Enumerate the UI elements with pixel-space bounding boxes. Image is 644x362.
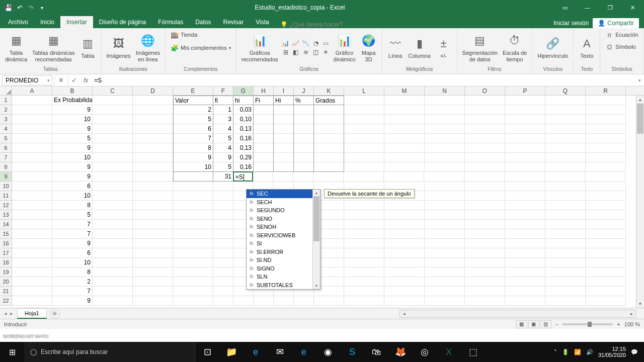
cell[interactable] <box>93 287 133 296</box>
select-all-corner[interactable] <box>0 86 12 96</box>
cell[interactable] <box>12 277 52 287</box>
cell[interactable] <box>12 143 52 153</box>
cell[interactable]: 9 <box>52 239 93 248</box>
cell[interactable] <box>505 239 545 248</box>
cell[interactable] <box>545 287 586 296</box>
cell[interactable]: 6 <box>52 182 93 191</box>
autocomplete-item[interactable]: fxSENO <box>247 215 320 223</box>
cell[interactable] <box>213 267 233 277</box>
cell[interactable] <box>213 191 233 201</box>
row-header[interactable]: 12 <box>0 201 12 210</box>
tab-datos[interactable]: Datos <box>189 16 217 28</box>
qat-dropdown-icon[interactable]: ▾ <box>37 3 46 12</box>
cell[interactable]: 5 <box>173 115 213 124</box>
cell[interactable] <box>173 191 213 201</box>
cell[interactable] <box>213 248 233 258</box>
cell[interactable] <box>344 134 384 143</box>
cell[interactable] <box>425 210 465 220</box>
cell[interactable] <box>133 277 173 287</box>
cell[interactable] <box>133 162 173 172</box>
cell[interactable] <box>133 182 173 191</box>
cell[interactable] <box>505 172 545 182</box>
firefox-icon[interactable]: 🦊 <box>388 342 413 362</box>
column-header[interactable]: G <box>233 86 254 95</box>
cell[interactable] <box>586 258 626 267</box>
cell[interactable] <box>93 182 133 191</box>
cell[interactable] <box>465 201 505 210</box>
cell[interactable] <box>545 172 585 182</box>
column-header[interactable]: A <box>12 86 52 95</box>
cell[interactable] <box>545 210 586 220</box>
cell[interactable] <box>384 287 425 296</box>
cell[interactable] <box>465 267 505 277</box>
cell[interactable] <box>425 201 465 210</box>
row-header[interactable]: 9 <box>0 172 12 182</box>
cell[interactable] <box>93 153 133 162</box>
column-header[interactable]: M <box>384 86 425 95</box>
cell[interactable] <box>384 220 425 229</box>
cell[interactable] <box>384 96 425 105</box>
tab-vista[interactable]: Vista <box>250 16 275 28</box>
cell[interactable] <box>425 258 465 267</box>
cell[interactable] <box>465 258 505 267</box>
cell[interactable] <box>93 258 133 267</box>
cell[interactable]: 5 <box>213 134 233 143</box>
tray-volume-icon[interactable]: 🔊 <box>586 349 593 355</box>
cell[interactable] <box>133 229 173 239</box>
cell[interactable] <box>12 248 52 258</box>
cell[interactable] <box>545 105 586 115</box>
cell[interactable] <box>213 258 233 267</box>
table-button[interactable]: ▥Tabla <box>77 35 98 60</box>
horizontal-scrollbar[interactable]: ◂ ▸ <box>399 310 636 318</box>
cell[interactable]: 9 <box>52 172 93 182</box>
cell[interactable] <box>384 134 425 143</box>
cell[interactable] <box>344 248 384 258</box>
cell[interactable] <box>425 182 465 191</box>
cell[interactable] <box>213 210 233 220</box>
cell[interactable] <box>425 239 465 248</box>
cell[interactable]: 9 <box>173 153 213 162</box>
cell[interactable] <box>344 201 384 210</box>
column-header[interactable]: D <box>133 86 173 95</box>
app-icon[interactable]: ◎ <box>413 342 437 362</box>
column-header[interactable]: L <box>344 86 384 95</box>
cell[interactable]: 10 <box>52 153 93 162</box>
cell[interactable] <box>384 115 425 124</box>
cell[interactable] <box>254 143 274 153</box>
cell[interactable] <box>12 124 52 134</box>
cell[interactable] <box>274 162 294 172</box>
cell[interactable] <box>586 182 626 191</box>
cell[interactable] <box>173 229 213 239</box>
column-header[interactable]: Q <box>545 86 586 95</box>
cell[interactable] <box>133 96 173 105</box>
cell[interactable] <box>12 162 52 172</box>
cell[interactable] <box>425 296 465 306</box>
cell[interactable] <box>586 162 626 172</box>
autocomplete-item[interactable]: fxSUBTOTALES <box>247 281 320 290</box>
cell[interactable] <box>465 248 505 258</box>
cell[interactable] <box>294 124 314 134</box>
cell[interactable] <box>133 172 173 182</box>
cell[interactable] <box>93 267 133 277</box>
cell[interactable]: 0,10 <box>233 115 254 124</box>
cell[interactable]: 5 <box>52 210 93 220</box>
row-header[interactable]: 2 <box>0 105 12 115</box>
enter-formula-icon[interactable]: ✓ <box>67 75 80 85</box>
cell[interactable] <box>344 277 384 287</box>
cell[interactable]: 8 <box>173 143 213 153</box>
cell[interactable] <box>545 229 586 239</box>
add-sheet-button[interactable]: ⊕ <box>50 309 60 319</box>
cell[interactable] <box>213 287 233 296</box>
autocomplete-item[interactable]: fxSI <box>247 239 320 248</box>
cell[interactable] <box>465 220 505 229</box>
cell[interactable] <box>254 162 274 172</box>
cell[interactable]: 9 <box>52 143 93 153</box>
cell[interactable] <box>173 172 213 182</box>
cell[interactable] <box>384 201 425 210</box>
cell[interactable]: 0,13 <box>233 124 254 134</box>
cell[interactable] <box>93 124 133 134</box>
cell[interactable] <box>274 115 294 124</box>
cell[interactable] <box>384 105 425 115</box>
column-header[interactable]: I <box>274 86 294 95</box>
spreadsheet-grid[interactable]: ABCDEFGHIJKLMNOPQR 1Ex ProbabilidadValor… <box>0 86 644 308</box>
